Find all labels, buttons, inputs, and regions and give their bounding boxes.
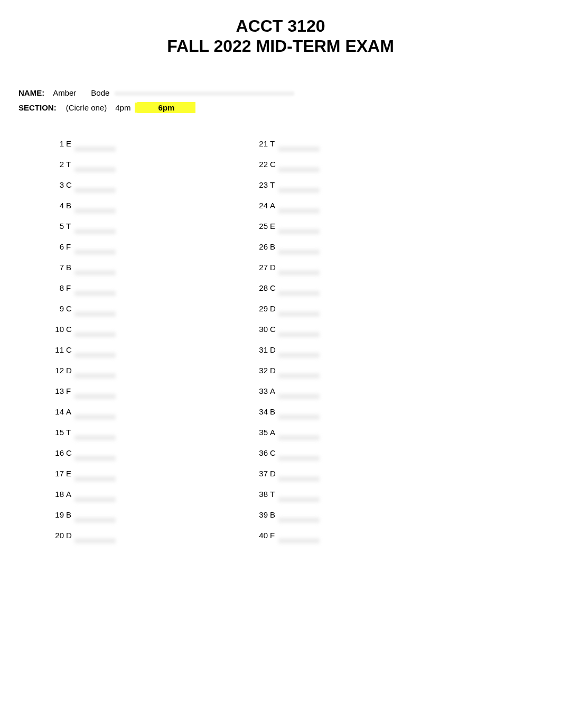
- answer-letter: T: [270, 180, 278, 189]
- exam-name: FALL 2022 MID-TERM EXAM: [18, 36, 543, 56]
- answer-number: 35: [254, 428, 268, 437]
- answer-letter: E: [66, 139, 74, 148]
- answer-blur-area: [278, 414, 320, 420]
- answer-row: 8F: [50, 283, 74, 294]
- answer-letter: D: [270, 366, 278, 375]
- answer-letter: B: [66, 201, 74, 210]
- answer-number: 15: [50, 428, 64, 437]
- answer-row: 20D: [50, 531, 74, 541]
- answer-row: 32D: [254, 366, 278, 376]
- answer-row: 22C: [254, 160, 278, 170]
- answer-blur-area: [278, 250, 320, 255]
- answer-number: 37: [254, 469, 268, 478]
- answer-row: 33A: [254, 386, 278, 397]
- name-last: Bode: [91, 88, 109, 97]
- answer-number: 24: [254, 201, 268, 210]
- answer-row: 6F: [50, 242, 74, 253]
- section-option-6pm: 6pm: [137, 102, 196, 113]
- answer-blur-area: [74, 291, 116, 296]
- answer-letter: A: [270, 386, 278, 395]
- answer-letter: D: [66, 531, 74, 540]
- name-label: NAME:: [18, 88, 44, 97]
- answer-letter: D: [270, 263, 278, 272]
- answer-row: 25E: [254, 222, 278, 232]
- answer-row: 16C: [50, 448, 74, 459]
- answer-row: 26B: [254, 242, 278, 253]
- answer-number: 12: [50, 366, 64, 375]
- answer-number: 33: [254, 386, 268, 395]
- answer-row: 24A: [254, 201, 278, 211]
- answer-number: 1: [50, 139, 64, 148]
- answer-letter: F: [66, 386, 74, 395]
- answer-row: 10C: [50, 325, 74, 335]
- answer-letter: C: [66, 325, 74, 334]
- answer-blur-area: [74, 538, 116, 543]
- answer-row: 40F: [254, 531, 278, 541]
- answer-blur-area: [278, 518, 320, 523]
- answer-letter: C: [270, 325, 278, 334]
- name-blur-area: [115, 91, 294, 96]
- answer-blur-area: [74, 435, 116, 440]
- answer-number: 28: [254, 283, 268, 292]
- answer-number: 27: [254, 263, 268, 272]
- answer-number: 36: [254, 448, 268, 457]
- answer-row: 13F: [50, 386, 74, 397]
- answer-blur-area: [278, 394, 320, 399]
- answer-row: 7B: [50, 263, 74, 273]
- answer-row: 36C: [254, 448, 278, 459]
- answer-letter: F: [66, 283, 74, 292]
- answer-number: 18: [50, 490, 64, 499]
- answer-letter: E: [270, 222, 278, 231]
- answer-blur-area: [74, 146, 116, 152]
- answer-letter: A: [270, 428, 278, 437]
- answer-blur-area: [278, 208, 320, 214]
- answer-row: 18A: [50, 490, 74, 500]
- answer-letter: D: [66, 366, 74, 375]
- answer-blur-area: [278, 353, 320, 358]
- answer-letter: D: [270, 345, 278, 354]
- answer-number: 31: [254, 345, 268, 354]
- answer-letter: C: [270, 283, 278, 292]
- answer-row: 3C: [50, 180, 74, 191]
- answer-letter: E: [66, 469, 74, 478]
- answer-blur-area: [74, 167, 116, 172]
- answer-number: 10: [50, 325, 64, 334]
- answer-number: 2: [50, 160, 64, 169]
- answer-number: 25: [254, 222, 268, 231]
- answers-grid: 1E2T3C4B5T6F7B8F9C10C11C12D13F14A15T16C1…: [18, 139, 543, 541]
- answer-blur-area: [74, 497, 116, 502]
- answer-letter: A: [270, 201, 278, 210]
- answer-letter: C: [270, 160, 278, 169]
- answer-row: 37D: [254, 469, 278, 480]
- answer-blur-area: [74, 456, 116, 461]
- answer-blur-area: [74, 229, 116, 234]
- answer-row: 31D: [254, 345, 278, 356]
- answer-letter: C: [66, 345, 74, 354]
- answer-blur-area: [74, 518, 116, 523]
- answer-number: 13: [50, 386, 64, 395]
- answer-blur-area: [278, 373, 320, 379]
- answer-row: 39B: [254, 510, 278, 521]
- answer-number: 20: [50, 531, 64, 540]
- section-row: SECTION: (Cicrle one) 4pm 6pm: [18, 103, 543, 113]
- answer-blur-area: [278, 229, 320, 234]
- answer-blur-area: [74, 332, 116, 337]
- answer-blur-area: [278, 188, 320, 193]
- answer-letter: T: [66, 428, 74, 437]
- answer-letter: D: [270, 469, 278, 478]
- answer-letter: F: [66, 242, 74, 251]
- answer-number: 22: [254, 160, 268, 169]
- answer-blur-area: [74, 476, 116, 482]
- answer-blur-area: [74, 373, 116, 379]
- answer-letter: D: [270, 304, 278, 313]
- answer-number: 34: [254, 407, 268, 416]
- answer-number: 29: [254, 304, 268, 313]
- section-option-4pm: 4pm: [115, 102, 135, 113]
- answer-letter: T: [66, 222, 74, 231]
- answer-letter: C: [66, 448, 74, 457]
- answer-letter: T: [270, 139, 278, 148]
- answer-row: 4B: [50, 201, 74, 211]
- answer-row: 9C: [50, 304, 74, 315]
- answer-number: 26: [254, 242, 268, 251]
- answer-blur-area: [74, 270, 116, 275]
